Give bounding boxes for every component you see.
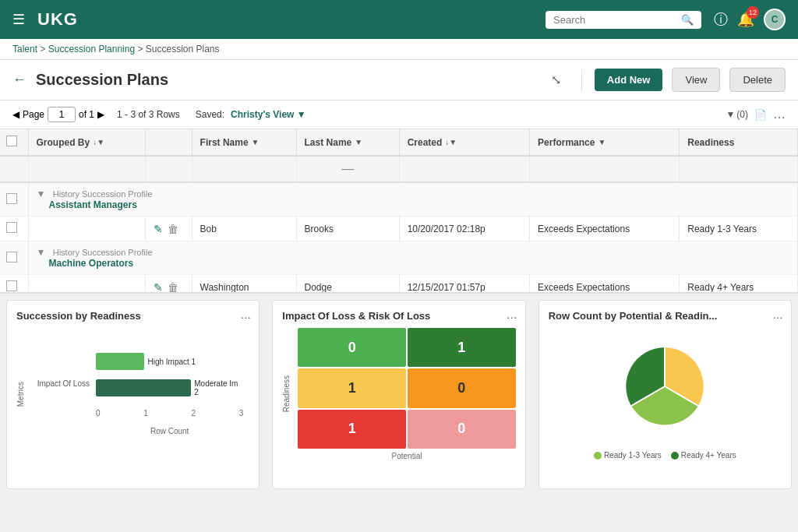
bar-chart-wrapper: Metrics Impact Of Loss High Impact 1 Mod… <box>16 328 249 460</box>
delete-row-icon[interactable]: 🗑 <box>168 281 178 294</box>
help-icon[interactable]: ⓘ <box>714 10 728 29</box>
view-button[interactable]: View <box>672 68 720 92</box>
charts-area: Succession by Readiness … Metrics Impact… <box>0 293 798 495</box>
page-label: Page <box>23 109 44 120</box>
pie-legend: Ready 1-3 Years Ready 4+ Years <box>549 451 782 460</box>
page-number-input[interactable] <box>48 107 76 122</box>
group-expand-icon-1[interactable]: ▼ <box>37 188 46 199</box>
export-icon[interactable]: 📄 <box>754 109 767 121</box>
first-name-sort-icon: ▼ <box>252 138 260 146</box>
breadcrumb: Talent > Succession Planning > Successio… <box>0 39 798 60</box>
select-all-header[interactable] <box>0 129 28 156</box>
table-row: ✎ 🗑 Bob Brooks 10/20/2017 02:18p Exceeds… <box>0 217 798 241</box>
next-page-icon[interactable]: ▶ <box>97 109 104 120</box>
matrix-cell-2-0: 1 <box>298 410 406 449</box>
toolbar-right: ▼ (0) 📄 … <box>726 107 786 122</box>
row-last-name: Dodge <box>296 275 399 294</box>
matrix-y-label: Readiness <box>282 375 291 412</box>
group-header-row: ▼ History Succession Profile Machine Ope… <box>0 241 798 275</box>
filter-button[interactable]: ▼ (0) <box>726 109 748 120</box>
group-checkbox-1[interactable] <box>0 182 28 217</box>
group-header-row: ▼ History Succession Profile Assistant M… <box>0 182 798 217</box>
expand-icon[interactable]: ⤡ <box>551 72 561 87</box>
potential-chart: Row Count by Potential & Readin... … Rea… <box>538 300 792 489</box>
breadcrumb-talent[interactable]: Talent <box>12 44 37 55</box>
col-filter-row: ― <box>0 156 798 182</box>
y-axis-label: Metrics <box>16 382 25 407</box>
pie-chart-wrapper <box>549 328 782 445</box>
group-label-cell: ▼ History Succession Profile Assistant M… <box>28 182 798 217</box>
row-first-name: Bob <box>192 217 296 241</box>
performance-sort-icon: ▼ <box>598 138 606 146</box>
delete-button[interactable]: Delete <box>729 68 786 92</box>
search-icon: 🔍 <box>681 14 694 26</box>
bar-row-labels: Impact Of Loss <box>35 328 90 460</box>
created-sort-icon: ↓▼ <box>445 138 457 146</box>
table-body: ▼ History Succession Profile Assistant M… <box>0 182 798 293</box>
row-checkbox[interactable] <box>0 275 28 294</box>
notification-icon[interactable]: 🔔 12 <box>737 11 754 28</box>
bar-label-1: Impact Of Loss <box>35 379 90 388</box>
col-performance[interactable]: Performance ▼ <box>530 129 680 156</box>
row-last-name: Brooks <box>296 217 399 241</box>
header-icons: ⓘ 🔔 12 C <box>714 9 786 30</box>
potential-chart-more[interactable]: … <box>772 308 783 321</box>
col-first-name[interactable]: First Name ▼ <box>192 129 296 156</box>
page-of-label: of 1 <box>79 109 94 120</box>
breadcrumb-succession-planning[interactable]: Succession Planning <box>48 44 135 55</box>
edit-icon[interactable]: ✎ <box>154 281 163 294</box>
matrix-cell-2-1: 0 <box>408 410 516 449</box>
impact-chart-more[interactable]: … <box>507 308 517 321</box>
potential-chart-title: Row Count by Potential & Readin... <box>549 310 782 322</box>
col-last-name[interactable]: Last Name ▼ <box>296 129 399 156</box>
group-profile-label-1: History Succession Profile <box>53 189 153 199</box>
saved-label: Saved: <box>196 109 224 120</box>
menu-icon[interactable]: ☰ <box>12 11 25 28</box>
delete-row-icon[interactable]: 🗑 <box>168 223 178 235</box>
group-expand-icon-2[interactable]: ▼ <box>37 247 46 258</box>
bar-1-label: High Impact 1 <box>147 358 196 366</box>
add-new-button[interactable]: Add New <box>595 69 663 91</box>
row-performance: Exceeds Expectations <box>530 275 680 294</box>
readiness-chart-title: Succession by Readiness <box>16 310 249 322</box>
avatar[interactable]: C <box>764 9 786 30</box>
col-readiness[interactable]: Readiness <box>680 129 798 156</box>
edit-icon[interactable]: ✎ <box>154 223 163 235</box>
col-created[interactable]: Created ↓▼ <box>399 129 529 156</box>
breadcrumb-current: Succession Plans <box>146 44 220 55</box>
row-actions: ✎ 🗑 <box>145 275 192 294</box>
group-name-2[interactable]: Machine Operators <box>49 258 134 269</box>
readiness-chart-more[interactable]: … <box>240 308 251 321</box>
row-first-name: Washington <box>192 275 296 294</box>
col-grouped-by[interactable]: Grouped By ↓▼ <box>28 129 145 156</box>
more-options-button[interactable]: … <box>773 107 786 122</box>
group-label-cell-2: ▼ History Succession Profile Machine Ope… <box>28 241 798 275</box>
back-button[interactable]: ← <box>12 72 26 88</box>
row-grouped-by <box>28 217 145 241</box>
search-input[interactable] <box>553 14 676 26</box>
grouped-by-sort-icon: ↓▼ <box>93 138 104 146</box>
row-checkbox[interactable] <box>0 217 28 241</box>
select-all-checkbox[interactable] <box>6 136 17 146</box>
group-name-1[interactable]: Assistant Managers <box>49 199 137 210</box>
impact-chart: Impact Of Loss & Risk Of Loss … Readines… <box>272 300 525 489</box>
matrix-cell-0-1: 1 <box>408 328 516 367</box>
search-bar[interactable]: 🔍 <box>546 11 701 29</box>
readiness-chart: Succession by Readiness … Metrics Impact… <box>6 300 260 489</box>
legend-label-2: Ready 4+ Years <box>681 451 736 460</box>
header: ☰ UKG 🔍 ⓘ 🔔 12 C <box>0 0 798 39</box>
bar-2-label: Moderate Im 2 <box>194 379 243 396</box>
logo: UKG <box>37 9 78 30</box>
group-checkbox-2[interactable] <box>0 241 28 275</box>
row-performance: Exceeds Expectations <box>530 217 680 241</box>
row-readiness: Ready 4+ Years <box>680 275 798 294</box>
prev-page-icon[interactable]: ◀ <box>12 109 19 120</box>
group-profile-label-2: History Succession Profile <box>53 248 153 257</box>
bar-1 <box>96 353 144 370</box>
data-table: Grouped By ↓▼ First Name ▼ Last Name ▼ <box>0 129 798 293</box>
rows-info: 1 - 3 of 3 Rows <box>117 109 180 120</box>
matrix-y-label-wrapper: Readiness <box>282 328 298 460</box>
toolbar: ◀ Page of 1 ▶ 1 - 3 of 3 Rows Saved: Chr… <box>0 100 798 129</box>
saved-view-dropdown[interactable]: Christy's View ▼ <box>231 109 306 120</box>
bar-row-1: High Impact 1 <box>96 353 243 370</box>
